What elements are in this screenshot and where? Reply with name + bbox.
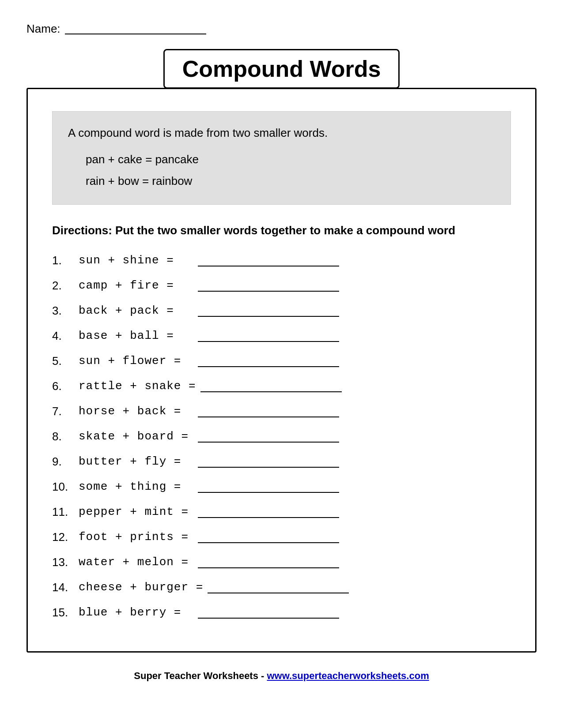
problem-num-10: 10. [52,478,79,495]
problem-item-15: 15.blue + berry = [52,604,511,621]
problem-item-11: 11.pepper + mint = [52,503,511,521]
answer-line-6[interactable] [200,380,342,392]
problem-item-10: 10.some + thing = [52,478,511,495]
problem-words-1: sun + shine = [79,252,193,269]
answer-line-9[interactable] [198,455,339,468]
problem-words-5: sun + flower = [79,353,193,370]
problem-num-6: 6. [52,378,79,395]
problem-item-9: 9.butter + fly = [52,453,511,470]
problem-words-12: foot + prints = [79,529,193,546]
problem-list: 1.sun + shine =2.camp + fire =3.back + p… [52,252,511,621]
directions-text: Directions: Put the two smaller words to… [52,222,511,238]
info-description: A compound word is made from two smaller… [68,124,495,143]
example2: rain + bow = rainbow [86,170,495,192]
name-line: Name: [26,22,537,36]
example1: pan + cake = pancake [86,149,495,170]
problem-item-4: 4.base + ball = [52,327,511,345]
problem-words-13: water + melon = [79,554,193,571]
title-wrapper: Compound Words [26,49,537,89]
problem-item-14: 14.cheese + burger = [52,579,511,596]
problem-words-2: camp + fire = [79,277,193,294]
answer-line-1[interactable] [198,254,339,266]
problem-item-1: 1.sun + shine = [52,252,511,269]
answer-line-11[interactable] [198,506,339,518]
problem-item-13: 13.water + melon = [52,554,511,571]
main-content-box: A compound word is made from two smaller… [26,88,537,653]
problem-item-5: 5.sun + flower = [52,353,511,370]
problem-words-9: butter + fly = [79,453,193,470]
problem-num-4: 4. [52,327,79,345]
name-input-line [65,24,206,34]
problem-num-15: 15. [52,604,79,621]
answer-line-3[interactable] [198,304,339,317]
problem-words-14: cheese + burger = [79,579,203,596]
footer-link[interactable]: www.superteacherworksheets.com [267,670,429,681]
answer-line-15[interactable] [198,606,339,619]
problem-num-11: 11. [52,503,79,521]
problem-words-3: back + pack = [79,302,193,319]
page-title: Compound Words [163,49,400,89]
problem-words-6: rattle + snake = [79,378,196,395]
answer-line-12[interactable] [198,531,339,543]
answer-line-2[interactable] [198,279,339,292]
problem-item-12: 12.foot + prints = [52,529,511,546]
problem-num-12: 12. [52,529,79,546]
problem-item-2: 2.camp + fire = [52,277,511,294]
problem-num-13: 13. [52,554,79,571]
problem-num-5: 5. [52,353,79,370]
problem-num-3: 3. [52,302,79,319]
problem-words-11: pepper + mint = [79,503,193,521]
info-box: A compound word is made from two smaller… [52,111,511,205]
problem-words-7: horse + back = [79,403,193,420]
problem-words-8: skate + board = [79,428,193,445]
name-label: Name: [26,22,60,36]
problem-item-3: 3.back + pack = [52,302,511,319]
answer-line-8[interactable] [198,430,339,443]
answer-line-14[interactable] [208,581,349,593]
info-examples: pan + cake = pancake rain + bow = rainbo… [86,149,495,192]
answer-line-7[interactable] [198,405,339,417]
answer-line-4[interactable] [198,330,339,342]
problem-num-8: 8. [52,428,79,445]
footer: Super Teacher Worksheets - www.superteac… [26,670,537,682]
problem-item-7: 7.horse + back = [52,403,511,420]
problem-words-10: some + thing = [79,478,193,495]
problem-num-14: 14. [52,579,79,596]
problem-words-4: base + ball = [79,327,193,345]
answer-line-5[interactable] [198,355,339,367]
problem-words-15: blue + berry = [79,604,193,621]
problem-num-9: 9. [52,453,79,470]
answer-line-10[interactable] [198,480,339,493]
problem-item-8: 8.skate + board = [52,428,511,445]
answer-line-13[interactable] [198,556,339,568]
problem-num-7: 7. [52,403,79,420]
footer-text: Super Teacher Worksheets - [134,670,267,681]
problem-num-2: 2. [52,277,79,294]
problem-item-6: 6.rattle + snake = [52,378,511,395]
problem-num-1: 1. [52,252,79,269]
